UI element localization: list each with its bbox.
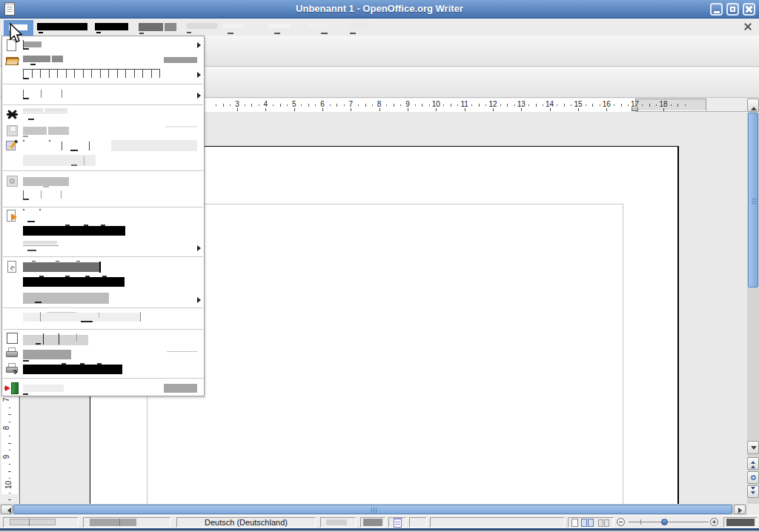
menubar-item-help[interactable] xyxy=(347,19,372,35)
text-boundary xyxy=(147,204,623,504)
exit-icon xyxy=(5,382,20,396)
selection-mode-cell[interactable] xyxy=(360,517,385,528)
export-icon xyxy=(5,210,20,223)
document-modified-cell xyxy=(388,517,406,528)
printer-settings-icon xyxy=(5,363,20,376)
previous-page-button[interactable] xyxy=(747,457,759,470)
zoom-slider-thumb[interactable] xyxy=(661,519,668,525)
book-view-icon xyxy=(598,519,603,527)
maximize-button[interactable] xyxy=(726,3,739,16)
language-cell[interactable]: Deutsch (Deutschland) xyxy=(176,517,316,528)
statusbar: Deutsch (Deutschland) xyxy=(0,515,759,528)
menubar xyxy=(0,19,759,36)
menu-item-versions[interactable] xyxy=(2,189,204,205)
insert-mode-cell[interactable] xyxy=(320,517,356,528)
info-cell xyxy=(430,517,565,528)
zoom-slider[interactable] xyxy=(617,517,720,528)
submenu-arrow-icon xyxy=(197,297,204,303)
zoom-out-button[interactable] xyxy=(617,518,625,526)
save-as-icon xyxy=(5,139,20,153)
writer-window: Unbenannt 1 - OpenOffice.org Writer ABC … xyxy=(0,0,759,532)
submenu-arrow-icon xyxy=(197,245,204,251)
page-style-cell[interactable] xyxy=(83,517,170,528)
open-icon xyxy=(5,54,20,67)
window-title: Unbenannt 1 - OpenOffice.org Writer xyxy=(0,3,759,14)
file-menu-panel xyxy=(1,36,205,396)
menubar-item-insert[interactable] xyxy=(136,19,179,35)
reload-icon xyxy=(5,175,20,188)
document-status-icon xyxy=(394,518,402,528)
arrow-left-icon xyxy=(4,508,11,513)
minimize-button[interactable] xyxy=(710,3,723,16)
document-close-button[interactable] xyxy=(743,21,753,32)
arrow-right-icon xyxy=(738,508,745,513)
scroll-down-button[interactable] xyxy=(747,441,759,454)
menubar-item-window[interactable] xyxy=(305,19,331,35)
scroll-right-button[interactable] xyxy=(734,505,746,514)
close-icon xyxy=(5,109,20,122)
menubar-item-tools[interactable] xyxy=(267,19,295,35)
view-layout-cell[interactable] xyxy=(568,517,614,528)
menubar-item-format[interactable] xyxy=(185,19,220,35)
navigation-button[interactable] xyxy=(747,471,759,484)
submenu-arrow-icon xyxy=(197,72,204,78)
close-button[interactable] xyxy=(743,3,755,16)
horizontal-scrollbar[interactable] xyxy=(0,504,747,515)
multi-page-view-icon xyxy=(581,519,587,527)
maximize-icon xyxy=(730,7,735,12)
save-icon xyxy=(5,124,20,138)
minimize-icon xyxy=(714,11,720,13)
arrow-down-icon xyxy=(751,446,757,453)
next-page-button[interactable] xyxy=(747,485,759,498)
print-icon xyxy=(5,348,20,361)
navigation-circle-icon xyxy=(751,475,756,480)
titlebar[interactable]: Unbenannt 1 - OpenOffice.org Writer xyxy=(0,0,759,19)
horizontal-scroll-thumb[interactable] xyxy=(13,505,732,514)
page-number-cell xyxy=(3,517,79,528)
menubar-item-view[interactable] xyxy=(93,19,130,35)
menubar-item-edit[interactable] xyxy=(36,19,89,35)
submenu-arrow-icon xyxy=(197,93,204,99)
scroll-up-button[interactable] xyxy=(747,99,759,112)
mouse-cursor xyxy=(10,23,26,45)
properties-icon xyxy=(5,261,20,274)
zoom-in-button[interactable] xyxy=(710,518,718,526)
menubar-item-table[interactable] xyxy=(221,19,248,35)
zoom-percent-cell[interactable] xyxy=(723,517,758,528)
vertical-scrollbar[interactable] xyxy=(747,99,759,504)
single-page-view-icon xyxy=(571,519,578,527)
menu-item-wizards[interactable] xyxy=(2,85,204,104)
digital-signature-cell xyxy=(409,517,427,528)
scroll-left-button[interactable] xyxy=(1,505,13,514)
vertical-scroll-thumb[interactable] xyxy=(748,113,758,287)
arrow-up-icon xyxy=(751,104,757,110)
page-preview-icon xyxy=(5,333,20,346)
submenu-arrow-icon xyxy=(197,42,204,48)
